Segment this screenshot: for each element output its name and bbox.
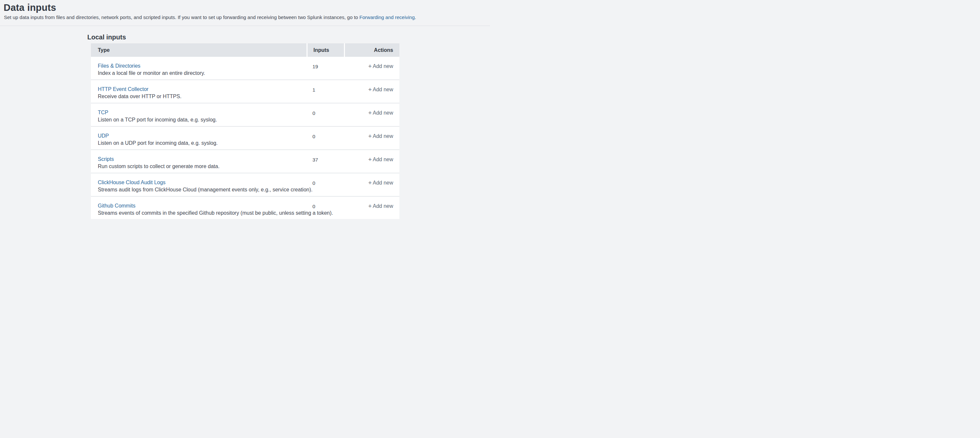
table-row: ClickHouse Cloud Audit Logs Streams audi… bbox=[91, 174, 399, 197]
input-type-link[interactable]: TCP bbox=[98, 109, 108, 116]
page-subtitle: Set up data inputs from files and direct… bbox=[4, 14, 490, 21]
input-type-link[interactable]: Scripts bbox=[98, 156, 114, 162]
input-type-description: Streams events of commits in the specifi… bbox=[98, 210, 303, 217]
local-inputs-table: Type Inputs Actions Files & Directories … bbox=[91, 43, 399, 219]
add-new-label: Add new bbox=[373, 64, 393, 69]
plus-icon: + bbox=[368, 86, 372, 93]
column-header-inputs: Inputs bbox=[307, 43, 344, 57]
plus-icon: + bbox=[368, 156, 372, 163]
input-type-link[interactable]: Files & Directories bbox=[98, 63, 140, 69]
input-type-description: Run custom scripts to collect or generat… bbox=[98, 163, 303, 170]
add-new-button[interactable]: +Add new bbox=[368, 64, 393, 69]
add-new-button[interactable]: +Add new bbox=[368, 203, 393, 209]
inputs-count: 0 bbox=[307, 104, 344, 126]
add-new-button[interactable]: +Add new bbox=[368, 110, 393, 116]
column-header-type: Type bbox=[91, 43, 307, 57]
input-type-link[interactable]: Github Commits bbox=[98, 202, 135, 209]
add-new-label: Add new bbox=[373, 87, 393, 92]
column-header-actions: Actions bbox=[344, 43, 399, 57]
inputs-count: 0 bbox=[307, 197, 344, 219]
type-cell: HTTP Event Collector Receive data over H… bbox=[91, 80, 307, 103]
actions-cell: +Add new bbox=[344, 127, 399, 150]
inputs-count: 19 bbox=[307, 57, 344, 80]
add-new-button[interactable]: +Add new bbox=[368, 157, 393, 162]
page-header-banner: Data inputs Set up data inputs from file… bbox=[0, 2, 490, 26]
plus-icon: + bbox=[368, 202, 372, 209]
table-body: Files & Directories Index a local file o… bbox=[91, 57, 399, 219]
table-header-row: Type Inputs Actions bbox=[91, 43, 399, 57]
page-title: Data inputs bbox=[3, 2, 490, 13]
plus-icon: + bbox=[368, 109, 372, 116]
type-cell: Github Commits Streams events of commits… bbox=[91, 197, 307, 219]
add-new-button[interactable]: +Add new bbox=[368, 180, 393, 185]
table-row: HTTP Event Collector Receive data over H… bbox=[91, 80, 399, 104]
add-new-label: Add new bbox=[373, 110, 393, 116]
subtitle-period: . bbox=[415, 14, 416, 20]
actions-cell: +Add new bbox=[344, 197, 399, 219]
input-type-link[interactable]: HTTP Event Collector bbox=[98, 86, 148, 92]
type-cell: TCP Listen on a TCP port for incoming da… bbox=[91, 104, 307, 126]
inputs-count: 0 bbox=[307, 174, 344, 196]
table-row: Github Commits Streams events of commits… bbox=[91, 197, 399, 219]
actions-cell: +Add new bbox=[344, 80, 399, 103]
input-type-description: Index a local file or monitor an entire … bbox=[98, 70, 303, 76]
type-cell: UDP Listen on a UDP port for incoming da… bbox=[91, 127, 307, 150]
input-type-description: Listen on a UDP port for incoming data, … bbox=[98, 140, 303, 147]
actions-cell: +Add new bbox=[344, 174, 399, 196]
add-new-label: Add new bbox=[373, 133, 393, 139]
add-new-label: Add new bbox=[373, 203, 393, 209]
content-area: Local inputs Type Inputs Actions Files &… bbox=[0, 33, 490, 219]
inputs-count: 0 bbox=[307, 127, 344, 150]
input-type-link[interactable]: ClickHouse Cloud Audit Logs bbox=[98, 179, 165, 186]
input-type-link[interactable]: UDP bbox=[98, 133, 109, 139]
table-row: TCP Listen on a TCP port for incoming da… bbox=[91, 104, 399, 127]
input-type-description: Receive data over HTTP or HTTPS. bbox=[98, 93, 303, 100]
actions-cell: +Add new bbox=[344, 104, 399, 126]
type-cell: Files & Directories Index a local file o… bbox=[91, 57, 307, 80]
forwarding-and-receiving-link[interactable]: Forwarding and receiving bbox=[360, 14, 415, 20]
inputs-count: 1 bbox=[307, 80, 344, 103]
add-new-label: Add new bbox=[373, 180, 393, 185]
table-row: Scripts Run custom scripts to collect or… bbox=[91, 150, 399, 174]
inputs-count: 37 bbox=[307, 150, 344, 173]
table-row: Files & Directories Index a local file o… bbox=[91, 57, 399, 80]
subtitle-text: Set up data inputs from files and direct… bbox=[4, 14, 360, 20]
section-heading-local-inputs: Local inputs bbox=[87, 33, 490, 41]
input-type-description: Streams audit logs from ClickHouse Cloud… bbox=[98, 186, 303, 193]
add-new-button[interactable]: +Add new bbox=[368, 133, 393, 139]
type-cell: Scripts Run custom scripts to collect or… bbox=[91, 150, 307, 173]
add-new-label: Add new bbox=[373, 157, 393, 162]
input-type-description: Listen on a TCP port for incoming data, … bbox=[98, 116, 303, 123]
actions-cell: +Add new bbox=[344, 57, 399, 80]
plus-icon: + bbox=[368, 63, 372, 70]
add-new-button[interactable]: +Add new bbox=[368, 87, 393, 92]
table-row: UDP Listen on a UDP port for incoming da… bbox=[91, 127, 399, 150]
plus-icon: + bbox=[368, 133, 372, 140]
type-cell: ClickHouse Cloud Audit Logs Streams audi… bbox=[91, 174, 307, 196]
plus-icon: + bbox=[368, 179, 372, 186]
actions-cell: +Add new bbox=[344, 150, 399, 173]
